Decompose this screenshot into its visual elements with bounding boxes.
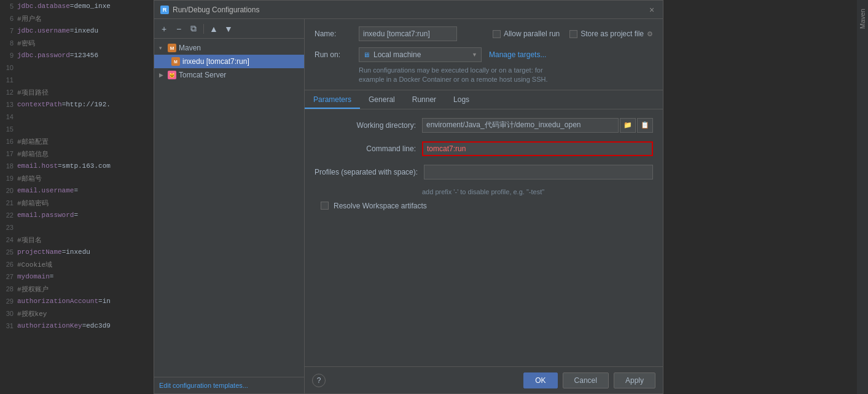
- editor-line: 22email.password=: [0, 209, 154, 221]
- store-project-label: Store as project file: [581, 30, 644, 38]
- config-tree: ▾ M Maven M inxedu [tomcat7:run] ▶ 🐱 Tom…: [154, 39, 304, 377]
- runon-description: Run configurations may be executed local…: [359, 66, 653, 85]
- left-panel-footer: Edit configuration templates...: [154, 377, 304, 393]
- editor-line: 11: [0, 74, 154, 86]
- runon-row: Run on: 🖥 Local machine ▼ Manage targets…: [315, 47, 653, 62]
- editor-line: 19#邮箱号: [0, 172, 154, 184]
- command-line-row: Command line:: [315, 141, 653, 156]
- tree-item-maven-run[interactable]: M inxedu [tomcat7:run]: [154, 55, 304, 68]
- resolve-workspace-label: Resolve Workspace artifacts: [334, 202, 427, 210]
- working-dir-row: Working directory: 📁 📋: [315, 118, 653, 133]
- cancel-button[interactable]: Cancel: [563, 372, 609, 388]
- editor-line: 18email.host=smtp.163.com: [0, 160, 154, 172]
- editor-line: 12#项目路径: [0, 86, 154, 98]
- gear-icon[interactable]: ⚙: [647, 30, 653, 38]
- editor-line: 13contextPath=http://192.: [0, 98, 154, 111]
- name-input[interactable]: [359, 26, 457, 41]
- store-project-cb: [569, 30, 577, 38]
- editor-line: 27mydomain=: [0, 270, 154, 283]
- copy-config-button[interactable]: ⧉: [187, 23, 200, 35]
- editor-line: 20email.username=: [0, 184, 154, 197]
- editor-line: 14: [0, 111, 154, 123]
- editor-line: 31authorizationKey=edc3d9: [0, 320, 154, 332]
- apply-button[interactable]: Apply: [614, 372, 655, 388]
- run-debug-dialog: R Run/Debug Configurations × + − ⧉ ▲ ▼ ▾…: [154, 0, 663, 394]
- working-dir-input-group: 📁 📋: [422, 118, 653, 133]
- close-button[interactable]: ×: [647, 5, 657, 15]
- tab-content: Working directory: 📁 📋 Command line: Pro…: [305, 109, 663, 366]
- tab-general[interactable]: General: [360, 92, 404, 109]
- profiles-label: Profiles (separated with space):: [315, 168, 418, 176]
- editor-line: 21#邮箱密码: [0, 197, 154, 209]
- editor-line: 10: [0, 61, 154, 74]
- profiles-row: Profiles (separated with space):: [315, 165, 653, 179]
- editor-line: 24#项目名: [0, 234, 154, 246]
- runon-value: Local machine: [373, 50, 468, 59]
- maven-run-label: inxedu [tomcat7:run]: [182, 57, 249, 66]
- working-dir-var-btn[interactable]: 📋: [637, 118, 653, 133]
- maven-run-icon: M: [171, 57, 180, 66]
- right-sidebar: Maven: [857, 0, 868, 394]
- dialog-titlebar: R Run/Debug Configurations ×: [154, 1, 663, 19]
- config-toolbar: + − ⧉ ▲ ▼: [154, 19, 304, 39]
- editor-line: 26#Cookie域: [0, 258, 154, 270]
- editor-line: 6#用户名: [0, 12, 154, 25]
- tomcat-group-arrow: ▶: [159, 72, 165, 78]
- allow-parallel-cb: [493, 30, 501, 38]
- move-up-button[interactable]: ▲: [208, 23, 220, 35]
- edit-templates-link[interactable]: Edit configuration templates...: [159, 382, 248, 389]
- editor-line: 7jdbc.username=inxedu: [0, 25, 154, 37]
- dialog-icon: R: [160, 6, 169, 14]
- resolve-workspace-row: Resolve Workspace artifacts: [321, 202, 653, 210]
- name-label: Name:: [315, 30, 351, 38]
- editor-line: 23: [0, 221, 154, 234]
- working-dir-browse-btn[interactable]: 📁: [620, 118, 636, 133]
- allow-parallel-label: Allow parallel run: [504, 30, 560, 38]
- working-dir-input[interactable]: [422, 118, 619, 133]
- editor-line: 9jdbc.password=123456: [0, 49, 154, 61]
- tab-parameters[interactable]: Parameters: [305, 92, 360, 109]
- editor-line: 5jdbc.database=demo_inxe: [0, 0, 154, 12]
- working-dir-label: Working directory:: [315, 121, 416, 130]
- tab-logs[interactable]: Logs: [445, 92, 478, 109]
- tomcat-icon: 🐱: [168, 71, 176, 79]
- command-line-input[interactable]: [422, 141, 653, 156]
- runon-label: Run on:: [315, 50, 351, 59]
- dialog-title-left: R Run/Debug Configurations: [160, 6, 259, 14]
- maven-group-icon: M: [168, 44, 176, 52]
- dialog-body: + − ⧉ ▲ ▼ ▾ M Maven M inxedu [tomcat7:ru…: [154, 19, 663, 393]
- maven-sidebar-label[interactable]: Maven: [859, 9, 866, 29]
- editor-line: 29authorizationAccount=in: [0, 295, 154, 307]
- resolve-workspace-cb[interactable]: [321, 202, 329, 210]
- maven-group-label: Maven: [179, 44, 201, 52]
- editor-line: 16#邮箱配置: [0, 135, 154, 148]
- remove-config-button[interactable]: −: [173, 23, 185, 35]
- tab-runner[interactable]: Runner: [404, 92, 445, 109]
- dialog-footer: ? OK Cancel Apply: [305, 366, 663, 393]
- ok-button[interactable]: OK: [523, 372, 557, 388]
- maven-group-arrow: ▾: [159, 45, 165, 51]
- editor-line: 17#邮箱信息: [0, 148, 154, 160]
- editor-line: 25projectName=inxedu: [0, 246, 154, 258]
- name-row: Name: Allow parallel run Store as projec…: [315, 26, 653, 41]
- store-project-checkbox[interactable]: Store as project file ⚙: [569, 30, 653, 38]
- editor-line: 28#授权账户: [0, 283, 154, 295]
- editor-line: 15: [0, 123, 154, 135]
- profiles-input[interactable]: [424, 165, 653, 179]
- tree-item-maven-group[interactable]: ▾ M Maven: [154, 41, 304, 55]
- editor-background: 5jdbc.database=demo_inxe6#用户名7jdbc.usern…: [0, 0, 154, 394]
- dialog-title: Run/Debug Configurations: [173, 6, 259, 14]
- move-down-button[interactable]: ▼: [222, 23, 235, 35]
- runon-icon: 🖥: [363, 51, 370, 58]
- editor-line: 30#授权key: [0, 307, 154, 320]
- tree-item-tomcat[interactable]: ▶ 🐱 Tomcat Server: [154, 68, 304, 82]
- toolbar-separator: [203, 24, 204, 34]
- help-button[interactable]: ?: [312, 374, 326, 387]
- manage-targets-link[interactable]: Manage targets...: [489, 50, 546, 59]
- command-line-label: Command line:: [315, 144, 416, 153]
- profiles-hint: add prefix '-' to disable profile, e.g. …: [422, 188, 653, 195]
- add-config-button[interactable]: +: [158, 23, 170, 35]
- right-panel: Name: Allow parallel run Store as projec…: [305, 19, 663, 393]
- runon-select[interactable]: 🖥 Local machine ▼: [359, 47, 482, 62]
- allow-parallel-checkbox[interactable]: Allow parallel run: [493, 30, 560, 38]
